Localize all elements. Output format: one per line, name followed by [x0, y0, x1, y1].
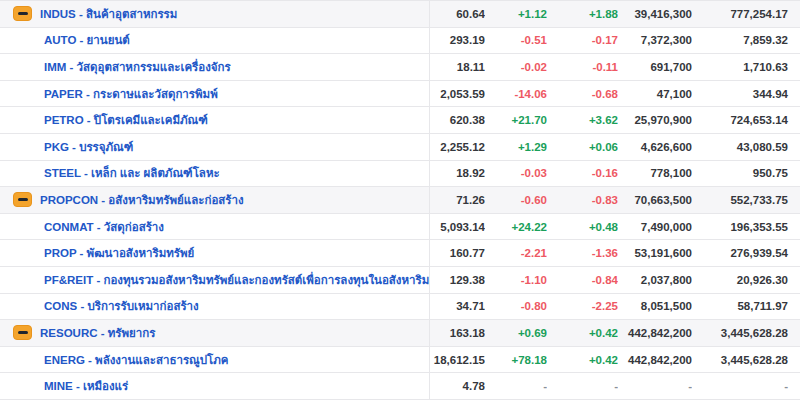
volume-cell: 8,051,500	[618, 294, 692, 320]
change-cell: -0.02	[485, 54, 547, 80]
last-price-cell: 60.64	[430, 1, 485, 27]
change-pct-cell: -0.83	[547, 187, 618, 213]
value-cell: 3,445,628.28	[692, 347, 800, 373]
sector-name-cell: PAPER - กระดาษและวัสดุการพิมพ์	[0, 81, 430, 107]
value-cell: 58,711.97	[692, 294, 800, 320]
change-cell: -14.06	[485, 81, 547, 107]
table-row-imm[interactable]: IMM - วัสดุอุตสาหกรรมและเครื่องจักร18.11…	[0, 54, 800, 81]
change-pct-cell: -0.84	[547, 267, 618, 293]
last-price-cell: 71.26	[430, 187, 485, 213]
value-cell: 3,445,628.28	[692, 320, 800, 346]
last-price-cell: 2,255.12	[430, 134, 485, 160]
table-row-petro[interactable]: PETRO - ปิโตรเคมีและเคมีภัณฑ์620.38+21.7…	[0, 107, 800, 134]
collapse-minus-icon[interactable]	[13, 6, 32, 21]
volume-cell: 47,100	[618, 81, 692, 107]
sector-label[interactable]: INDUS - สินค้าอุตสาหกรรม	[40, 5, 177, 23]
change-cell: +1.12	[485, 1, 547, 27]
value-cell: 196,353.55	[692, 214, 800, 240]
sector-name-cell: STEEL - เหล็ก และ ผลิตภัณฑ์โลหะ	[0, 161, 430, 187]
value-cell: 7,859.32	[692, 28, 800, 54]
last-price-cell: 2,053.59	[430, 81, 485, 107]
sector-name-cell: PETRO - ปิโตรเคมีและเคมีภัณฑ์	[0, 107, 430, 133]
sector-label[interactable]: MINE - เหมืองแร่	[44, 377, 128, 395]
sector-name-cell: PF&REIT - กองทุนรวมอสังหาริมทรัพย์และกอง…	[0, 267, 430, 293]
value-cell: 552,733.75	[692, 187, 800, 213]
change-pct-cell: -0.68	[547, 81, 618, 107]
change-cell: +0.69	[485, 320, 547, 346]
table-row-cons[interactable]: CONS - บริการรับเหมาก่อสร้าง34.71-0.80-2…	[0, 294, 800, 321]
sector-name-cell: PKG - บรรจุภัณฑ์	[0, 134, 430, 160]
table-row-auto[interactable]: AUTO - ยานยนต์293.19-0.51-0.177,372,3007…	[0, 28, 800, 55]
volume-cell: 7,372,300	[618, 28, 692, 54]
change-cell: -0.80	[485, 294, 547, 320]
sector-label[interactable]: PETRO - ปิโตรเคมีและเคมีภัณฑ์	[44, 111, 208, 129]
last-price-cell: 293.19	[430, 28, 485, 54]
change-pct-cell: -0.17	[547, 28, 618, 54]
change-cell: -0.03	[485, 161, 547, 187]
table-row-propcon[interactable]: PROPCON - อสังหาริมทรัพย์และก่อสร้าง71.2…	[0, 187, 800, 214]
table-row-indus[interactable]: INDUS - สินค้าอุตสาหกรรม60.64+1.12+1.883…	[0, 1, 800, 28]
table-row-pfreit[interactable]: PF&REIT - กองทุนรวมอสังหาริมทรัพย์และกอง…	[0, 267, 800, 294]
change-cell: -0.60	[485, 187, 547, 213]
last-price-cell: 18.92	[430, 161, 485, 187]
table-row-pkg[interactable]: PKG - บรรจุภัณฑ์2,255.12+1.29+0.064,626,…	[0, 134, 800, 161]
sector-label[interactable]: CONS - บริการรับเหมาก่อสร้าง	[44, 297, 199, 315]
last-price-cell: 18.11	[430, 54, 485, 80]
last-price-cell: 18,612.15	[430, 347, 485, 373]
table-row-prop[interactable]: PROP - พัฒนาอสังหาริมทรัพย์160.77-2.21-1…	[0, 240, 800, 267]
sector-label[interactable]: PF&REIT - กองทุนรวมอสังหาริมทรัพย์และกอง…	[44, 271, 430, 289]
sector-name-cell: CONMAT - วัสดุก่อสร้าง	[0, 214, 430, 240]
sector-label[interactable]: PKG - บรรจุภัณฑ์	[44, 138, 133, 156]
change-pct-cell: -2.25	[547, 294, 618, 320]
table-row-energ[interactable]: ENERG - พลังงานและสาธารณูปโภค18,612.15+7…	[0, 347, 800, 374]
table-row-mine[interactable]: MINE - เหมืองแร่4.78----	[0, 373, 800, 400]
change-cell: -1.10	[485, 267, 547, 293]
change-cell: +1.29	[485, 134, 547, 160]
collapse-minus-icon[interactable]	[13, 325, 32, 340]
value-cell: 950.75	[692, 161, 800, 187]
last-price-cell: 163.18	[430, 320, 485, 346]
value-cell: 43,080.59	[692, 134, 800, 160]
volume-cell: 442,842,200	[618, 320, 692, 346]
last-price-cell: 4.78	[430, 373, 485, 399]
sector-label[interactable]: CONMAT - วัสดุก่อสร้าง	[44, 218, 164, 236]
volume-cell: 442,842,200	[618, 347, 692, 373]
change-pct-cell: -1.36	[547, 240, 618, 266]
change-cell: +21.70	[485, 107, 547, 133]
volume-cell: 39,416,300	[618, 1, 692, 27]
volume-cell: 53,191,600	[618, 240, 692, 266]
sector-label[interactable]: PAPER - กระดาษและวัสดุการพิมพ์	[44, 85, 218, 103]
change-pct-cell: -0.16	[547, 161, 618, 187]
change-cell: +78.18	[485, 347, 547, 373]
change-pct-cell: -0.11	[547, 54, 618, 80]
table-row-steel[interactable]: STEEL - เหล็ก และ ผลิตภัณฑ์โลหะ18.92-0.0…	[0, 161, 800, 188]
sector-label[interactable]: STEEL - เหล็ก และ ผลิตภัณฑ์โลหะ	[44, 164, 220, 182]
sector-label[interactable]: ENERG - พลังงานและสาธารณูปโภค	[44, 351, 228, 369]
change-pct-cell: +0.48	[547, 214, 618, 240]
sector-name-cell: RESOURC - ทรัพยากร	[0, 320, 430, 346]
change-pct-cell: +0.42	[547, 320, 618, 346]
change-pct-cell: +0.42	[547, 347, 618, 373]
sector-name-cell: INDUS - สินค้าอุตสาหกรรม	[0, 1, 430, 27]
minus-bar	[18, 198, 28, 201]
change-pct-cell: -	[547, 373, 618, 399]
table-row-paper[interactable]: PAPER - กระดาษและวัสดุการพิมพ์2,053.59-1…	[0, 81, 800, 108]
sector-label[interactable]: RESOURC - ทรัพยากร	[40, 324, 155, 342]
sector-label[interactable]: AUTO - ยานยนต์	[44, 31, 130, 49]
collapse-minus-icon[interactable]	[13, 192, 32, 207]
value-cell: -	[692, 373, 800, 399]
change-pct-cell: +1.88	[547, 1, 618, 27]
sector-label[interactable]: IMM - วัสดุอุตสาหกรรมและเครื่องจักร	[44, 58, 231, 76]
sector-label[interactable]: PROPCON - อสังหาริมทรัพย์และก่อสร้าง	[40, 191, 244, 209]
sector-label[interactable]: PROP - พัฒนาอสังหาริมทรัพย์	[44, 244, 194, 262]
sector-name-cell: PROP - พัฒนาอสังหาริมทรัพย์	[0, 240, 430, 266]
table-row-conmat[interactable]: CONMAT - วัสดุก่อสร้าง5,093.14+24.22+0.4…	[0, 214, 800, 241]
table-row-resourc[interactable]: RESOURC - ทรัพยากร163.18+0.69+0.42442,84…	[0, 320, 800, 347]
value-cell: 20,926.30	[692, 267, 800, 293]
change-pct-cell: +0.06	[547, 134, 618, 160]
change-cell: -0.51	[485, 28, 547, 54]
value-cell: 724,653.14	[692, 107, 800, 133]
last-price-cell: 5,093.14	[430, 214, 485, 240]
volume-cell: 25,970,900	[618, 107, 692, 133]
volume-cell: 2,037,800	[618, 267, 692, 293]
